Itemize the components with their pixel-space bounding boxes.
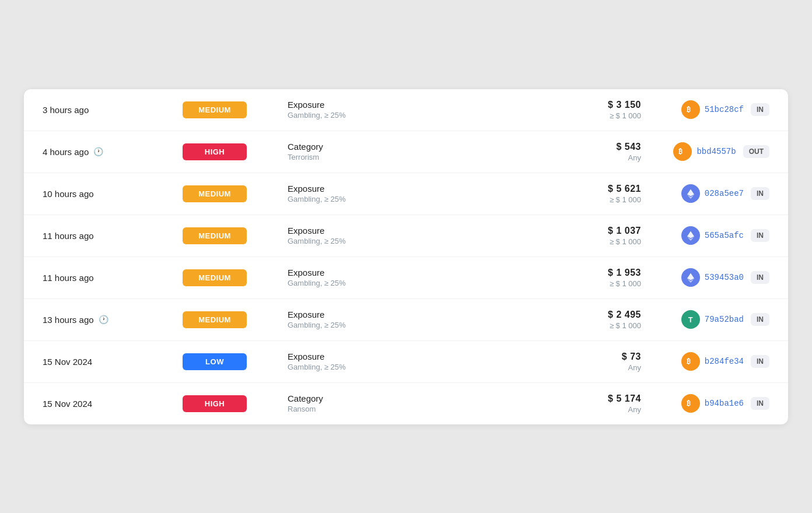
crypto-cell[interactable]: ₿51bc28cfIN [653, 100, 769, 119]
time-label: 15 Nov 2024 [43, 399, 92, 409]
badge-cell: MEDIUM [183, 269, 276, 286]
amount-value: $ 1 953 [548, 268, 641, 278]
amount-threshold: ≥ $ 1 000 [548, 195, 641, 204]
svg-text:₿: ₿ [687, 399, 691, 407]
amount-threshold: ≥ $ 1 000 [548, 321, 641, 330]
amount-threshold: Any [548, 153, 641, 162]
table-row[interactable]: 13 hours ago🕐MEDIUMExposureGambling, ≥ 2… [24, 299, 788, 341]
type-cell: ExposureGambling, ≥ 25% [276, 100, 548, 120]
eth-icon [681, 226, 700, 245]
amount-threshold: Any [548, 405, 641, 414]
severity-badge: MEDIUM [183, 269, 247, 286]
amount-cell: $ 2 495≥ $ 1 000 [548, 310, 653, 330]
time-label: 15 Nov 2024 [43, 357, 92, 367]
time-label: 10 hours ago [43, 189, 94, 199]
table-row[interactable]: 10 hours agoMEDIUMExposureGambling, ≥ 25… [24, 173, 788, 215]
badge-cell: MEDIUM [183, 101, 276, 118]
hash-label: bbd4557b [696, 147, 736, 156]
table-row[interactable]: 11 hours agoMEDIUMExposureGambling, ≥ 25… [24, 215, 788, 257]
type-cell: ExposureGambling, ≥ 25% [276, 310, 548, 329]
type-label: Exposure [288, 100, 548, 110]
type-label: Exposure [288, 310, 548, 319]
btc-icon: ₿ [681, 352, 700, 371]
severity-badge: MEDIUM [183, 311, 247, 328]
crypto-cell[interactable]: ₿b284fe34IN [653, 352, 769, 371]
amount-threshold: ≥ $ 1 000 [548, 237, 641, 246]
amount-cell: $ 5 621≥ $ 1 000 [548, 184, 653, 204]
severity-badge: MEDIUM [183, 101, 247, 118]
direction-badge: IN [751, 229, 769, 242]
hash-label: 51bc28cf [705, 105, 744, 114]
amount-value: $ 543 [548, 142, 641, 152]
svg-marker-6 [687, 273, 694, 280]
severity-badge: MEDIUM [183, 185, 247, 202]
badge-cell: MEDIUM [183, 311, 276, 328]
crypto-cell[interactable]: 565a5afcIN [653, 226, 769, 245]
type-label: Exposure [288, 352, 548, 361]
amount-cell: $ 73Any [548, 352, 653, 372]
type-sub-label: Gambling, ≥ 25% [288, 195, 548, 203]
amount-value: $ 3 150 [548, 100, 641, 110]
svg-text:₿: ₿ [687, 357, 691, 366]
severity-badge: HIGH [183, 395, 247, 412]
type-label: Category [288, 142, 548, 152]
table-row[interactable]: 11 hours agoMEDIUMExposureGambling, ≥ 25… [24, 257, 788, 299]
table-row[interactable]: 15 Nov 2024HIGHCategoryRansom$ 5 174Any₿… [24, 383, 788, 424]
type-label: Exposure [288, 184, 548, 194]
amount-cell: $ 1 037≥ $ 1 000 [548, 226, 653, 246]
time-cell: 3 hours ago [43, 105, 183, 115]
amount-cell: $ 3 150≥ $ 1 000 [548, 100, 653, 120]
amount-threshold: ≥ $ 1 000 [548, 111, 641, 120]
amount-value: $ 2 495 [548, 310, 641, 320]
time-label: 11 hours ago [43, 273, 94, 283]
alerts-card: 3 hours agoMEDIUMExposureGambling, ≥ 25%… [24, 89, 788, 424]
type-sub-label: Gambling, ≥ 25% [288, 111, 548, 120]
table-row[interactable]: 15 Nov 2024LOWExposureGambling, ≥ 25%$ 7… [24, 341, 788, 383]
svg-marker-2 [687, 189, 694, 196]
hash-label: 79a52bad [705, 315, 744, 324]
severity-badge: HIGH [183, 143, 247, 160]
direction-badge: IN [751, 355, 769, 368]
crypto-cell[interactable]: T79a52badIN [653, 310, 769, 329]
crypto-cell[interactable]: ₿b94ba1e6IN [653, 394, 769, 413]
crypto-cell[interactable]: 539453a0IN [653, 268, 769, 287]
direction-badge: IN [751, 313, 769, 326]
amount-cell: $ 1 953≥ $ 1 000 [548, 268, 653, 288]
time-label: 13 hours ago [43, 315, 94, 325]
type-cell: ExposureGambling, ≥ 25% [276, 184, 548, 203]
badge-cell: MEDIUM [183, 185, 276, 202]
direction-badge: IN [751, 397, 769, 410]
time-cell: 11 hours ago [43, 273, 183, 283]
clock-icon: 🕐 [93, 147, 103, 156]
crypto-cell[interactable]: ₿bbd4557bOUT [653, 142, 769, 161]
amount-value: $ 1 037 [548, 226, 641, 236]
direction-badge: IN [751, 271, 769, 284]
type-cell: ExposureGambling, ≥ 25% [276, 268, 548, 287]
btc-icon: ₿ [681, 394, 700, 413]
type-cell: CategoryRansom [276, 393, 548, 413]
type-sub-label: Terrorism [288, 153, 548, 161]
type-label: Exposure [288, 226, 548, 236]
btc-icon: ₿ [673, 142, 692, 161]
eth-icon [681, 268, 700, 287]
amount-threshold: ≥ $ 1 000 [548, 279, 641, 288]
crypto-cell[interactable]: 028a5ee7IN [653, 184, 769, 203]
time-cell: 13 hours ago🕐 [43, 315, 183, 325]
type-sub-label: Gambling, ≥ 25% [288, 321, 548, 329]
type-cell: CategoryTerrorism [276, 142, 548, 161]
usdt-icon: T [681, 310, 700, 329]
eth-icon [681, 184, 700, 203]
time-cell: 10 hours ago [43, 189, 183, 199]
type-sub-label: Gambling, ≥ 25% [288, 363, 548, 371]
badge-cell: LOW [183, 353, 276, 370]
table-row[interactable]: 3 hours agoMEDIUMExposureGambling, ≥ 25%… [24, 89, 788, 131]
table-row[interactable]: 4 hours ago🕐HIGHCategoryTerrorism$ 543An… [24, 131, 788, 173]
badge-cell: HIGH [183, 143, 276, 160]
amount-value: $ 73 [548, 352, 641, 362]
time-label: 11 hours ago [43, 231, 94, 241]
type-sub-label: Gambling, ≥ 25% [288, 237, 548, 245]
btc-icon: ₿ [681, 100, 700, 119]
direction-badge: IN [751, 187, 769, 200]
amount-value: $ 5 174 [548, 393, 641, 404]
severity-badge: LOW [183, 353, 247, 370]
